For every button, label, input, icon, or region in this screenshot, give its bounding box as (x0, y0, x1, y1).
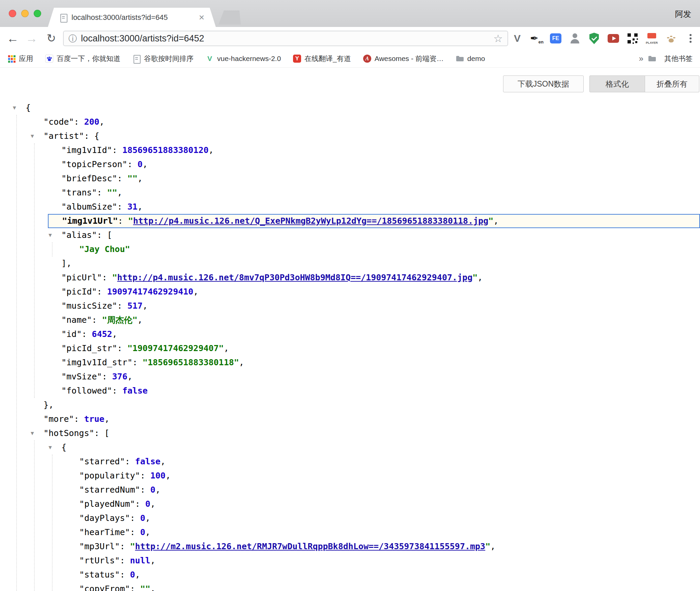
json-line-selected: "img1v1Url": "http://p4.music.126.net/Q_… (48, 214, 700, 228)
bookmarks-overflow-chevron[interactable]: » (639, 54, 643, 63)
json-line: "Jay Chou" (0, 242, 700, 256)
json-line: "popularity": 100, (0, 469, 700, 483)
json-punct: , (477, 273, 483, 282)
page-info-icon[interactable]: ⓘ (68, 33, 77, 44)
json-url-link[interactable]: http://m2.music.126.net/RMJR7wDullRqppBk… (135, 541, 486, 551)
new-tab-button[interactable] (218, 10, 241, 25)
json-key: "id" (61, 329, 82, 339)
json-punct: : (120, 541, 130, 551)
other-bookmarks[interactable]: 其他书签 (664, 54, 693, 63)
qrcode-extension-icon[interactable] (625, 31, 640, 46)
json-line: "mp3Url": "http://m2.music.126.net/RMJR7… (0, 539, 700, 554)
browser-tab[interactable]: localhost:3000/artists?id=645 × (48, 8, 216, 27)
json-key: "trans" (61, 188, 97, 197)
page-icon (133, 55, 141, 63)
collapse-arrow-icon[interactable]: ▼ (31, 426, 34, 440)
json-punct: : (127, 159, 138, 169)
json-line: "albumSize": 31, (0, 200, 700, 214)
download-json-button[interactable]: 下载JSON数据 (503, 75, 584, 92)
tab-strip: localhost:3000/artists?id=645 × 阿发 (0, 0, 700, 27)
format-button[interactable]: 格式化 (589, 75, 645, 92)
json-value: 517 (127, 301, 143, 311)
v-extension-glyph: V (509, 31, 525, 46)
json-value: 6452 (92, 329, 112, 339)
reload-button[interactable]: ↻ (43, 30, 59, 46)
v-extension-icon[interactable]: V (509, 31, 525, 46)
json-punct: ], (61, 258, 71, 268)
json-punct: , (135, 570, 140, 580)
bookmark-item-6[interactable]: demo (456, 55, 485, 63)
bookmark-item-3[interactable]: Vvue-hackernews-2.0 (206, 55, 281, 63)
json-punct: , (493, 216, 498, 226)
json-punct: , (193, 287, 198, 297)
tab-close-icon[interactable]: × (199, 13, 204, 22)
json-key: "hotSongs" (43, 428, 94, 438)
json-string: " (488, 216, 493, 226)
json-punct: , (112, 329, 117, 339)
json-key: "albumSize" (61, 202, 117, 212)
json-key: "img1v1Url" (62, 216, 118, 226)
bookmark-item-5[interactable]: AAwesomes - 前端资… (363, 54, 444, 63)
json-key: "playedNum" (79, 499, 135, 509)
json-punct: : (130, 527, 140, 537)
json-line: "picId": 19097417462929410, (0, 285, 700, 299)
close-window-button[interactable] (9, 10, 16, 17)
json-key: "artist" (43, 131, 84, 141)
player-extension-icon[interactable]: PLAYER (644, 31, 660, 46)
maximize-window-button[interactable] (34, 10, 41, 17)
json-punct: : (135, 499, 145, 509)
json-punct: : { (84, 131, 99, 141)
address-bar[interactable]: ⓘ localhost:3000/artists?id=6452 ☆ (63, 31, 508, 46)
json-punct: : (117, 174, 127, 183)
fe-extension-icon[interactable]: FE (548, 31, 563, 46)
json-key: "picId" (61, 287, 97, 297)
json-key: "alias" (61, 230, 97, 240)
collapse-arrow-icon[interactable]: ▼ (13, 101, 16, 115)
json-punct: , (239, 357, 244, 367)
json-punct: : (133, 357, 143, 367)
json-punct: : (82, 329, 92, 339)
json-punct: : (92, 315, 102, 325)
bookmark-label: 百度一下，你就知道 (57, 54, 120, 63)
collapse-arrow-icon[interactable]: ▼ (49, 440, 52, 455)
json-line: ▼{ (0, 440, 700, 455)
back-button[interactable]: ← (5, 30, 21, 46)
bookmark-item-1[interactable]: 百度一下，你就知道 (45, 54, 120, 63)
extensions-toolbar: V ✒en FE PLAYER (509, 31, 698, 46)
json-url-link[interactable]: http://p4.music.126.net/Q_ExePNkmgB2yWyL… (133, 216, 489, 226)
json-url-link[interactable]: http://p4.music.126.net/8mv7qP30Pd3oHW8b… (117, 273, 473, 282)
minimize-window-button[interactable] (21, 10, 29, 17)
collapse-arrow-icon[interactable]: ▼ (49, 228, 52, 242)
bookmark-label: 应用 (19, 54, 33, 63)
json-key: "dayPlays" (79, 513, 130, 523)
bookmark-item-4[interactable]: Y在线翻译_有道 (293, 54, 351, 63)
json-key: "picId_str" (61, 343, 117, 353)
profile-name[interactable]: 阿发 (675, 9, 691, 20)
bookmark-item-0[interactable]: 应用 (7, 54, 33, 63)
json-value: 0 (130, 570, 135, 580)
collapse-all-button[interactable]: 折叠所有 (645, 75, 699, 92)
bookmark-star-icon[interactable]: ☆ (493, 32, 503, 45)
paw-extension-icon[interactable] (663, 31, 679, 46)
json-value: false (135, 457, 161, 466)
browser-menu-icon[interactable] (682, 31, 698, 46)
json-viewer: ▼{"code": 200,▼"artist": {"img1v1Id": 18… (0, 101, 700, 591)
url-text[interactable]: localhost:3000/artists?id=6452 (81, 33, 491, 44)
json-line: "img1v1Id_str": "18569651883380118", (0, 355, 700, 370)
forward-button: → (24, 30, 40, 46)
json-line: "name": "周杰伦", (0, 313, 700, 327)
json-string: " (130, 541, 135, 551)
json-punct: : (140, 471, 150, 480)
json-punct: : (117, 301, 127, 311)
json-punct: , (138, 202, 143, 212)
shield-extension-icon[interactable] (586, 31, 602, 46)
translate-extension-icon[interactable]: ✒en (529, 31, 544, 46)
json-punct: : (74, 117, 84, 127)
json-punct: , (105, 414, 110, 424)
person-extension-icon[interactable] (567, 31, 583, 46)
bookmark-item-2[interactable]: 谷歌按时间排序 (133, 54, 194, 63)
collapse-arrow-icon[interactable]: ▼ (31, 129, 34, 143)
youtube-extension-icon[interactable] (606, 31, 621, 46)
json-punct: , (143, 159, 148, 169)
translate-en-label: en (538, 39, 544, 44)
